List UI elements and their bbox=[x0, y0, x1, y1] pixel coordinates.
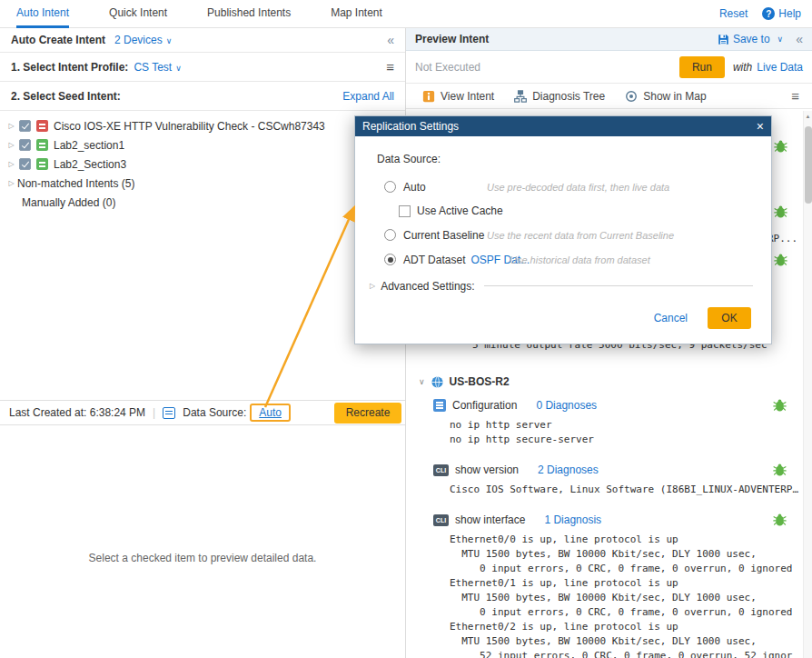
preview-header: Preview Intent Save to ∨ « bbox=[406, 28, 812, 51]
seed-intent-row: 2. Select Seed Intent: Expand All bbox=[0, 82, 405, 111]
code-line: 0 input errors, 0 CRC, 0 frame, 0 overru… bbox=[450, 605, 803, 620]
tab-published-intents[interactable]: Published Intents bbox=[207, 0, 291, 28]
scrollbar-thumb[interactable] bbox=[805, 126, 812, 204]
section-configuration: Configuration 0 Diagnoses bbox=[406, 395, 803, 415]
diagnosis-bug-icon[interactable] bbox=[774, 253, 787, 269]
expand-all-link[interactable]: Expand All bbox=[342, 90, 394, 103]
diagnosis-bug-icon[interactable] bbox=[773, 398, 787, 414]
checkbox-checked[interactable] bbox=[19, 158, 31, 170]
divider: | bbox=[153, 406, 155, 419]
checkbox-checked[interactable] bbox=[19, 120, 31, 132]
panel-header: Auto Create Intent 2 Devices∨ « bbox=[0, 28, 405, 53]
diagnosis-tree-icon bbox=[514, 90, 527, 103]
history-log-icon[interactable] bbox=[163, 407, 175, 419]
code-line: 52 input errors, 0 CRC, 0 frame, 0 overr… bbox=[450, 649, 803, 658]
option-hint: Use pre-decoded data first, then live da… bbox=[487, 182, 669, 193]
profile-menu-icon[interactable]: ≡ bbox=[386, 59, 394, 75]
code-line: MTU 1500 bytes, BW 10000 Kbit/sec, DLY 1… bbox=[450, 591, 803, 605]
cli-icon: CLI bbox=[433, 464, 449, 476]
save-to-dropdown[interactable]: Save to ∨ bbox=[718, 33, 783, 45]
diagnosis-bug-icon[interactable] bbox=[773, 513, 787, 529]
tab-map-intent[interactable]: Map Intent bbox=[331, 0, 382, 28]
last-created-text: Last Created at: 6:38:24 PM bbox=[9, 406, 145, 419]
diagnoses-link[interactable]: 1 Diagnosis bbox=[544, 513, 601, 526]
view-intent-label: View Intent bbox=[441, 90, 494, 103]
run-status-row: Not Executed Run with Live Data bbox=[406, 51, 812, 84]
collapse-preview-icon[interactable]: « bbox=[796, 32, 803, 46]
device-name: US-BOS-R2 bbox=[450, 375, 510, 388]
expand-caret-icon[interactable]: ▷ bbox=[5, 141, 17, 149]
option-label: ADT Dataset bbox=[403, 254, 465, 266]
diagnosis-bug-icon[interactable] bbox=[773, 463, 787, 479]
intent-icon bbox=[36, 139, 48, 151]
scroll-up-icon[interactable]: ▲ bbox=[804, 111, 812, 122]
ok-button[interactable]: OK bbox=[708, 307, 751, 329]
expand-caret-icon[interactable]: ▷ bbox=[5, 179, 17, 187]
data-source-auto-link[interactable]: Auto bbox=[250, 404, 291, 422]
live-data-dropdown[interactable]: Live Data bbox=[757, 61, 803, 74]
tab-quick-intent[interactable]: Quick Intent bbox=[109, 0, 167, 28]
data-source-label: Data Source: bbox=[183, 406, 246, 419]
expand-caret-icon[interactable]: ▷ bbox=[5, 160, 17, 168]
device-globe-icon bbox=[431, 375, 444, 389]
panel-title: Auto Create Intent bbox=[11, 34, 105, 46]
tree-item-lab2-section1[interactable]: ▷ Lab2_section1 bbox=[0, 135, 405, 155]
tree-item-manually-added[interactable]: Manually Added (0) bbox=[0, 193, 405, 212]
radio-auto[interactable] bbox=[384, 181, 396, 193]
option-current-baseline[interactable]: Current Baseline Use the recent data fro… bbox=[384, 223, 758, 247]
view-intent-button[interactable]: View Intent bbox=[415, 84, 501, 108]
option-auto[interactable]: Auto Use pre-decoded data first, then li… bbox=[384, 174, 758, 199]
profile-dropdown[interactable]: CS Test∨ bbox=[134, 61, 181, 74]
active-cache-checkbox[interactable] bbox=[399, 205, 411, 217]
radio-adt-dataset[interactable] bbox=[384, 254, 396, 265]
tab-auto-intent[interactable]: Auto Intent bbox=[16, 0, 69, 28]
advanced-settings-row[interactable]: ▷ Advanced Settings: bbox=[370, 274, 758, 298]
diagnosis-bug-icon[interactable] bbox=[774, 204, 787, 221]
cli-icon: CLI bbox=[433, 514, 449, 526]
option-hint: Use the recent data from Current Baselin… bbox=[487, 230, 674, 241]
vertical-scrollbar[interactable]: ▲ bbox=[803, 111, 812, 658]
diagnoses-link[interactable]: 0 Diagnoses bbox=[536, 399, 597, 412]
execution-status: Not Executed bbox=[415, 61, 480, 74]
reset-link[interactable]: Reset bbox=[719, 7, 748, 20]
help-link[interactable]: ? Help bbox=[762, 7, 801, 20]
expand-caret-icon[interactable]: ▷ bbox=[5, 122, 17, 130]
option-hint: Use historical data from dataset bbox=[510, 254, 650, 265]
advanced-settings-label: Advanced Settings: bbox=[381, 280, 474, 293]
dialog-footer: Cancel OK bbox=[368, 307, 751, 329]
dialog-header[interactable]: Replication Settings × bbox=[355, 116, 771, 136]
section-title: show interface bbox=[455, 513, 525, 526]
diagnosis-tree-button[interactable]: Diagnosis Tree bbox=[507, 84, 612, 108]
show-in-map-label: Show in Map bbox=[643, 90, 706, 103]
dialog-title: Replication Settings bbox=[362, 120, 459, 133]
toolbar-menu-icon[interactable]: ≡ bbox=[791, 88, 803, 104]
option-adt-dataset[interactable]: ADT Dataset OSPF Dat... Use historical d… bbox=[384, 247, 758, 272]
chevron-down-icon: ∨ bbox=[166, 36, 173, 45]
section-show-interface: CLI show interface 1 Diagnosis bbox=[406, 510, 803, 530]
diagnosis-bug-icon[interactable] bbox=[774, 139, 787, 155]
close-icon[interactable]: × bbox=[757, 120, 764, 133]
devices-dropdown[interactable]: 2 Devices∨ bbox=[114, 34, 172, 46]
expand-caret-icon[interactable]: ▷ bbox=[370, 282, 375, 290]
save-to-label: Save to bbox=[733, 33, 770, 45]
tree-item-cisco-iosxe[interactable]: ▷ Cisco IOS-XE HTTP Vulnerability Check … bbox=[0, 116, 405, 135]
run-button[interactable]: Run bbox=[679, 56, 725, 78]
tree-item-lab2-section3[interactable]: ▷ Lab2_Section3 bbox=[0, 155, 405, 174]
device-row-us-bos-r2[interactable]: ∨ US-BOS-R2 bbox=[406, 372, 803, 392]
save-icon bbox=[718, 34, 729, 45]
collapse-panel-icon[interactable]: « bbox=[387, 33, 394, 47]
tree-item-label: Cisco IOS-XE HTTP Vulnerability Check - … bbox=[54, 120, 325, 133]
collapse-caret-icon[interactable]: ∨ bbox=[419, 377, 425, 386]
intent-profile-row: 1. Select Intent Profile: CS Test∨ ≡ bbox=[0, 53, 405, 82]
code-line: Ethernet0/0 is up, line protocol is up bbox=[450, 533, 803, 547]
code-line: Cisco IOS Software, Linux Software (I86B… bbox=[450, 483, 803, 497]
seed-intent-tree: ▷ Cisco IOS-XE HTTP Vulnerability Check … bbox=[0, 111, 405, 212]
diagnoses-link[interactable]: 2 Diagnoses bbox=[538, 464, 599, 476]
radio-current-baseline[interactable] bbox=[384, 229, 396, 241]
show-in-map-button[interactable]: Show in Map bbox=[618, 84, 713, 108]
use-active-cache-row[interactable]: Use Active Cache bbox=[399, 199, 758, 223]
tree-item-non-matched[interactable]: ▷ Non-matched Intents (5) bbox=[0, 174, 405, 193]
recreate-button[interactable]: Recreate bbox=[334, 403, 401, 424]
cancel-button[interactable]: Cancel bbox=[654, 312, 688, 324]
checkbox-checked[interactable] bbox=[19, 139, 31, 151]
